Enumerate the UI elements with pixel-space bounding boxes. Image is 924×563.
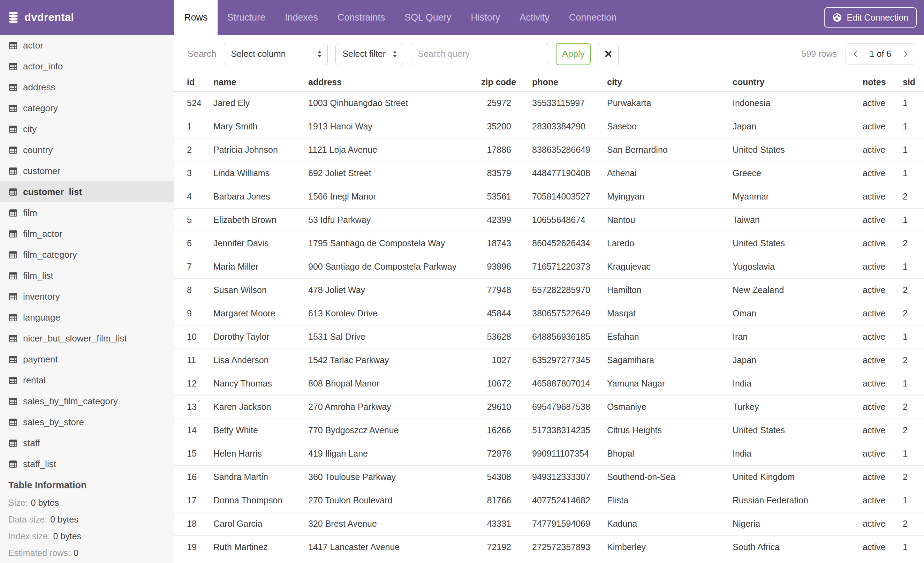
cell-sid: 1 xyxy=(903,489,924,512)
tab-constraints[interactable]: Constraints xyxy=(328,0,395,35)
tab-rows[interactable]: Rows xyxy=(174,0,218,35)
table-row[interactable]: 14Betty White770 Bydgoszcz Avenue1626651… xyxy=(174,419,924,442)
sidebar-item-country[interactable]: country xyxy=(0,140,174,161)
sidebar-item-customer_list[interactable]: customer_list xyxy=(0,182,174,202)
cell-city: Elista xyxy=(607,489,733,512)
sidebar-item-sales_by_store[interactable]: sales_by_store xyxy=(0,411,174,432)
cell-sid: 2 xyxy=(903,232,924,255)
sidebar-item-inventory[interactable]: inventory xyxy=(0,286,174,307)
clear-search-button[interactable] xyxy=(598,43,618,65)
sidebar-item-label: film_list xyxy=(23,270,53,281)
data-table: idnameaddresszip codephonecitycountrynot… xyxy=(174,73,924,559)
cell-zip-code: 72192 xyxy=(481,536,532,559)
sidebar-item-film_category[interactable]: film_category xyxy=(0,244,174,265)
cell-city: Yamuna Nagar xyxy=(607,372,733,395)
table-row[interactable]: 10Dorothy Taylor1531 Sal Drive5362864885… xyxy=(174,325,924,348)
table-row[interactable]: 19Ruth Martinez1417 Lancaster Avenue7219… xyxy=(174,536,924,559)
table-row[interactable]: 5Elizabeth Brown53 Idfu Parkway423991065… xyxy=(174,208,924,232)
cell-sid: 2 xyxy=(903,395,924,419)
sidebar-item-sales_by_film_category[interactable]: sales_by_film_category xyxy=(0,391,174,411)
sidebar-item-film_list[interactable]: film_list xyxy=(0,265,174,286)
cell-city: Hamilton xyxy=(607,278,733,302)
cell-address: 419 Iligan Lane xyxy=(308,442,481,465)
sidebar-item-actor_info[interactable]: actor_info xyxy=(0,56,174,77)
edit-connection-button[interactable]: Edit Connection xyxy=(824,8,916,27)
cell-notes: active xyxy=(862,185,903,208)
cell-zip-code: 53561 xyxy=(481,185,532,208)
sidebar-item-staff_list[interactable]: staff_list xyxy=(0,453,174,474)
sidebar-item-actor[interactable]: actor xyxy=(0,35,174,56)
cell-address: 320 Brest Avenue xyxy=(308,512,481,536)
table-row[interactable]: 524Jared Ely1003 Qinhuangdao Street25972… xyxy=(174,92,924,115)
sidebar-item-payment[interactable]: payment xyxy=(0,349,174,370)
table-info-field: Index size:0 bytes xyxy=(8,528,174,545)
sidebar-item-label: inventory xyxy=(23,291,60,302)
sidebar-item-city[interactable]: city xyxy=(0,119,174,140)
cell-phone: 657282285970 xyxy=(532,278,607,302)
select-caret-icon xyxy=(317,50,322,58)
search-query-input[interactable] xyxy=(411,43,548,65)
column-header-notes: notes xyxy=(862,73,903,92)
prev-page-button[interactable] xyxy=(846,43,865,65)
cell-address: 613 Korolev Drive xyxy=(308,302,481,325)
cell-phone: 10655648674 xyxy=(532,208,607,232)
sidebar-item-film[interactable]: film xyxy=(0,202,174,223)
cell-phone: 35533115997 xyxy=(532,92,607,115)
cell-name: Jennifer Davis xyxy=(213,232,308,255)
cell-id: 14 xyxy=(174,419,213,442)
tab-sql-query[interactable]: SQL Query xyxy=(395,0,461,35)
pagination: 1 of 6 xyxy=(846,43,915,65)
table-row[interactable]: 15Helen Harris419 Iligan Lane72878990911… xyxy=(174,442,924,465)
cell-phone: 448477190408 xyxy=(532,162,607,185)
cell-sid: 1 xyxy=(903,92,924,115)
rows-count: 599 rows xyxy=(802,49,837,59)
sidebar-item-label: staff_list xyxy=(23,459,56,470)
sidebar-item-rental[interactable]: rental xyxy=(0,370,174,391)
table-row[interactable]: 9Margaret Moore613 Korolev Drive45844380… xyxy=(174,302,924,325)
sidebar-item-customer[interactable]: customer xyxy=(0,161,174,182)
apply-button[interactable]: Apply xyxy=(556,43,591,65)
table-icon xyxy=(9,209,17,217)
tab-bar: RowsStructureIndexesConstraintsSQL Query… xyxy=(174,0,626,35)
table-row[interactable]: 2Patricia Johnson1121 Loja Avenue1788683… xyxy=(174,138,924,162)
sidebar-item-nicer_but_slower_film_list[interactable]: nicer_but_slower_film_list xyxy=(0,328,174,349)
cell-id: 4 xyxy=(174,185,213,208)
sidebar-item-language[interactable]: language xyxy=(0,307,174,328)
table-icon xyxy=(9,251,17,258)
cell-phone: 407752414682 xyxy=(532,489,607,512)
sidebar-item-category[interactable]: category xyxy=(0,98,174,119)
tab-connection[interactable]: Connection xyxy=(559,0,627,35)
cell-city: Masqat xyxy=(607,302,733,325)
table-row[interactable]: 7Maria Miller900 Santiago de Compostela … xyxy=(174,255,924,278)
app-title: dvdrental xyxy=(24,11,74,24)
sidebar-item-label: language xyxy=(23,312,60,323)
filter-select[interactable]: Select filter xyxy=(335,43,403,65)
cell-name: Karen Jackson xyxy=(213,395,308,419)
sidebar-item-staff[interactable]: staff xyxy=(0,432,174,453)
table-row[interactable]: 18Carol Garcia320 Brest Avenue4333174779… xyxy=(174,512,924,536)
table-row[interactable]: 4Barbara Jones1566 Inegl Manor5356170581… xyxy=(174,185,924,208)
next-page-button[interactable] xyxy=(896,43,915,65)
table-row[interactable]: 8Susan Wilson478 Joliet Way7794865728228… xyxy=(174,278,924,302)
cell-sid: 2 xyxy=(903,348,924,372)
cell-notes: active xyxy=(862,348,903,372)
cell-city: Kragujevac xyxy=(607,255,733,278)
tab-structure[interactable]: Structure xyxy=(218,0,276,35)
column-select[interactable]: Select column xyxy=(224,43,328,65)
table-row[interactable]: 11Lisa Anderson1542 Tarlac Parkway102763… xyxy=(174,348,924,372)
cell-zip-code: 43331 xyxy=(481,512,532,536)
sidebar-item-address[interactable]: address xyxy=(0,77,174,98)
table-row[interactable]: 13Karen Jackson270 Amroha Parkway2961069… xyxy=(174,395,924,419)
tab-activity[interactable]: Activity xyxy=(510,0,559,35)
table-row[interactable]: 3Linda Williams692 Joliet Street83579448… xyxy=(174,162,924,185)
table-row[interactable]: 16Sandra Martin360 Toulouse Parkway54308… xyxy=(174,465,924,489)
tab-indexes[interactable]: Indexes xyxy=(275,0,328,35)
sidebar-item-film_actor[interactable]: film_actor xyxy=(0,223,174,244)
table-row[interactable]: 17Donna Thompson270 Toulon Boulevard8176… xyxy=(174,489,924,512)
table-row[interactable]: 1Mary Smith1913 Hanoi Way352002830338429… xyxy=(174,115,924,138)
table-row[interactable]: 12Nancy Thomas808 Bhopal Manor1067246588… xyxy=(174,372,924,395)
search-label: Search xyxy=(188,48,216,59)
table-row[interactable]: 6Jennifer Davis1795 Santiago de Composte… xyxy=(174,232,924,255)
cell-city: Athenai xyxy=(607,162,733,185)
tab-history[interactable]: History xyxy=(461,0,510,35)
